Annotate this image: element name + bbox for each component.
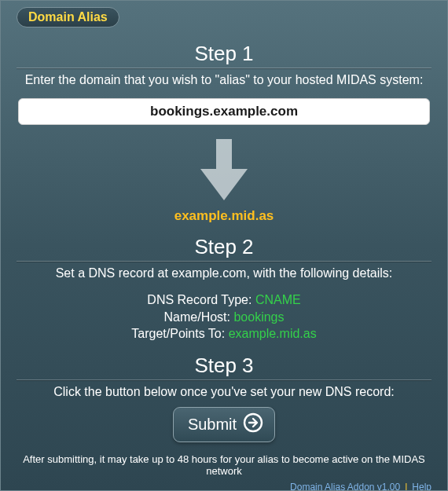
submit-note: After submitting, it may take up to 48 h…: [17, 453, 431, 477]
separator: |: [405, 482, 407, 491]
step2-subtitle: Set a DNS record at example.com, with th…: [17, 266, 431, 280]
step3-title: Step 3: [17, 354, 431, 380]
dns-target-value: example.mid.as: [229, 327, 317, 340]
submit-button[interactable]: Submit: [173, 407, 275, 442]
step1-title: Step 1: [17, 42, 431, 68]
domain-input[interactable]: [18, 98, 430, 125]
footer: Domain Alias Addon v1.00 | Help: [17, 482, 431, 491]
step1-subtitle: Enter the domain that you wish to "alias…: [17, 73, 431, 87]
addon-version: Domain Alias Addon v1.00: [290, 482, 400, 491]
help-link[interactable]: Help: [412, 482, 431, 491]
submit-button-label: Submit: [188, 416, 237, 434]
tab-domain-alias[interactable]: Domain Alias: [17, 7, 119, 27]
dns-record-type-label: DNS Record Type:: [147, 293, 252, 306]
dns-record-type-value: CNAME: [255, 293, 301, 306]
step3-subtitle: Click the button below once you've set y…: [17, 385, 431, 399]
dns-details: DNS Record Type: CNAME Name/Host: bookin…: [17, 291, 431, 343]
arrow-right-circle-icon: [243, 412, 263, 437]
dns-target-label: Target/Points To:: [131, 327, 225, 340]
target-domain-text: example.mid.as: [17, 208, 431, 224]
dns-name-value: bookings: [233, 310, 284, 324]
step2-title: Step 2: [17, 235, 431, 262]
arrow-down-icon: [17, 139, 431, 205]
dns-name-label: Name/Host:: [164, 310, 230, 324]
domain-input-wrap: [18, 98, 430, 125]
